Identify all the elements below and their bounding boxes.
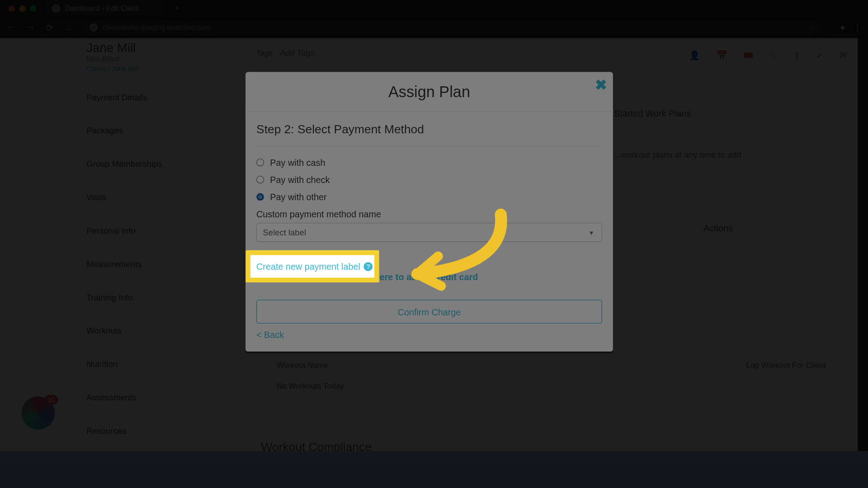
radio-pay-cash-label: Pay with cash [270, 157, 325, 167]
chevron-down-icon: ▼ [589, 229, 594, 236]
step-title: Step 2: Select Payment Method [256, 123, 602, 147]
create-payment-label-link-highlight[interactable]: Create new payment label ? [256, 261, 374, 271]
radio-pay-check[interactable]: Pay with check [256, 174, 602, 184]
modal-title: Assign Plan [388, 83, 470, 101]
radio-pay-cash-input[interactable] [256, 159, 264, 166]
tutorial-arrow-icon [382, 209, 519, 304]
back-link[interactable]: < Back [256, 329, 284, 339]
highlight-create-text: Create new payment label [256, 261, 360, 271]
radio-pay-cash[interactable]: Pay with cash [256, 157, 602, 167]
radio-pay-check-input[interactable] [256, 176, 264, 183]
help-icon-highlight[interactable]: ? [364, 262, 373, 271]
radio-pay-check-label: Pay with check [270, 174, 330, 184]
modal-close-button[interactable]: ✖ [595, 77, 607, 94]
radio-pay-other-input[interactable] [256, 193, 264, 201]
radio-pay-other[interactable]: Pay with other [256, 192, 602, 202]
payment-method-radio-group: Pay with cash Pay with check Pay with ot… [256, 157, 602, 202]
radio-pay-other-label: Pay with other [270, 192, 326, 202]
modal-header: Assign Plan ✖ [245, 72, 613, 112]
select-placeholder: Select label [263, 228, 306, 237]
tutorial-highlight: Create new payment label ? [245, 250, 379, 282]
